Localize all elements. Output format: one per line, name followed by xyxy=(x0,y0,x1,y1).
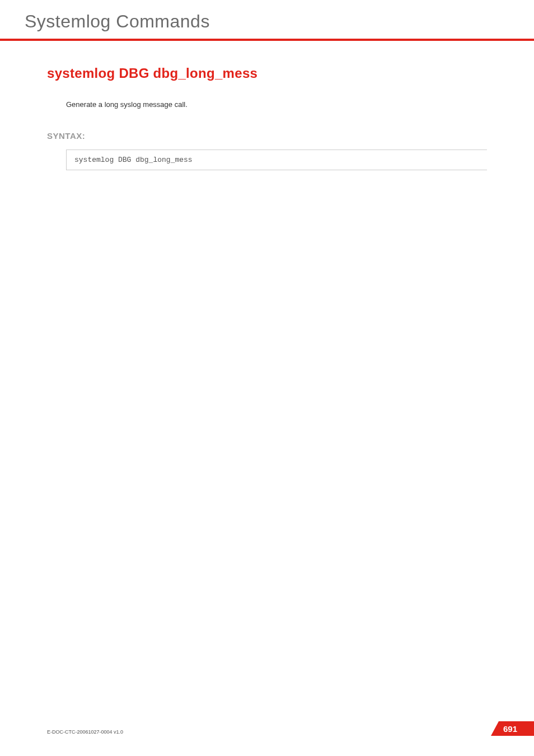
page-number: 691 xyxy=(499,721,534,736)
syntax-label: SYNTAX: xyxy=(47,131,487,141)
document-id: E-DOC-CTC-20061027-0004 v1.0 xyxy=(47,729,123,735)
badge-triangle xyxy=(491,721,499,736)
page-footer: E-DOC-CTC-20061027-0004 v1.0 691 xyxy=(0,721,534,736)
syntax-code-block: systemlog DBG dbg_long_mess xyxy=(66,150,487,170)
page-header: Systemlog Commands xyxy=(0,0,534,39)
command-title: systemlog DBG dbg_long_mess xyxy=(47,66,487,81)
command-description: Generate a long syslog message call. xyxy=(66,100,487,109)
page-number-badge: 691 xyxy=(491,721,534,736)
page-title: Systemlog Commands xyxy=(25,11,534,32)
content-area: systemlog DBG dbg_long_mess Generate a l… xyxy=(0,41,534,170)
